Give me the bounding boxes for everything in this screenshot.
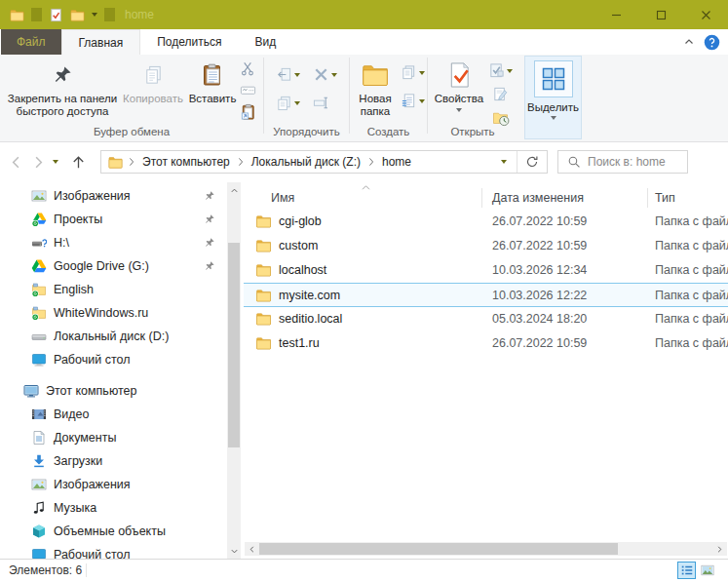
help-icon[interactable]	[704, 34, 720, 51]
scroll-left-icon[interactable]	[245, 542, 259, 556]
downloads-icon	[31, 453, 47, 469]
thumbnails-view-button[interactable]	[698, 562, 716, 579]
sidebar-item-Рабочий стол[interactable]: Рабочий стол	[0, 348, 226, 371]
tab-Поделиться[interactable]: Поделиться	[140, 29, 238, 55]
minimize-button[interactable]	[594, 0, 638, 29]
breadcrumb-chevron-icon	[367, 156, 375, 168]
rename-icon[interactable]	[313, 95, 329, 111]
details-view-button[interactable]	[677, 562, 696, 579]
properties-quick-icon[interactable]	[49, 8, 63, 22]
move-to-icon[interactable]	[276, 66, 292, 83]
sidebar-item-Локальный диск (D:)[interactable]: Локальный диск (D:)	[0, 325, 226, 348]
file-type: Папка с файл	[655, 312, 728, 326]
file-row-test1.ru[interactable]: test1.ru26.07.2022 10:59Папка с файл	[244, 331, 728, 356]
address-dropdown-icon[interactable]	[491, 160, 517, 164]
pin-icon	[202, 260, 217, 272]
explorer-folder-icon[interactable]	[10, 8, 24, 22]
easy-access-icon[interactable]	[401, 64, 417, 81]
breadcrumb-item[interactable]: Этот компьютер	[137, 155, 235, 169]
sidebar-item-Видео[interactable]: Видео	[0, 403, 226, 426]
pin-to-quick-access-button[interactable]: Закрепить на панели быстрого доступа	[6, 58, 119, 118]
sidebar-item-H:\[interactable]: H:\	[0, 231, 226, 254]
folder-icon	[255, 238, 272, 253]
file-type: Папка с файл	[655, 289, 728, 302]
paste-button[interactable]: Вставить	[187, 58, 238, 105]
sidebar-scrollbar[interactable]	[227, 182, 241, 560]
delete-icon[interactable]	[313, 66, 329, 83]
explorer-window: home Файл ГлавнаяПоделитьсяВид Закрепить…	[0, 0, 728, 582]
new-item-icon[interactable]	[401, 93, 417, 109]
sidebar-item-Загрузки[interactable]: Загрузки	[0, 449, 226, 473]
history-icon[interactable]	[488, 109, 513, 127]
file-name: cgi-glob	[279, 214, 322, 228]
refresh-button[interactable]	[517, 151, 547, 173]
sidebar-item-root[interactable]: Этот компьютер	[0, 379, 226, 403]
history-caret-icon[interactable]	[53, 160, 58, 164]
documents-icon	[31, 430, 47, 446]
pictures-icon	[31, 188, 47, 204]
new-folder-quick-icon[interactable]	[70, 8, 85, 22]
collapse-ribbon-icon[interactable]	[683, 36, 695, 48]
column-separator[interactable]	[647, 188, 648, 208]
pin-icon	[202, 213, 217, 225]
tab-Главная[interactable]: Главная	[61, 29, 141, 55]
breadcrumb-chevron-icon	[237, 156, 245, 168]
sidebar-item-WhiteWindows.ru[interactable]: WhiteWindows.ru	[0, 301, 226, 325]
up-icon[interactable]	[70, 154, 87, 171]
folder-icon	[255, 288, 272, 303]
file-date: 26.07.2022 10:59	[492, 239, 587, 252]
scroll-right-icon[interactable]	[712, 542, 727, 556]
sidebar-scroll-thumb[interactable]	[228, 243, 240, 447]
sidebar-item-Изображения[interactable]: Изображения	[0, 184, 226, 208]
close-button[interactable]	[683, 0, 728, 29]
copy-button[interactable]: Копировать	[121, 58, 185, 105]
tab-file[interactable]: Файл	[1, 29, 61, 55]
select-button[interactable]: Выделить	[524, 56, 582, 139]
qat-customize-caret-icon[interactable]	[92, 13, 97, 17]
sidebar-item-Проекты[interactable]: Проекты	[0, 208, 226, 231]
file-row-seditio.local[interactable]: seditio.local05.03.2024 18:20Папка с фай…	[244, 307, 728, 331]
paste-shortcut-icon[interactable]	[240, 103, 256, 121]
edit-icon[interactable]	[488, 86, 513, 102]
file-row-localhost[interactable]: localhost10.03.2026 12:34Папка с файл	[244, 258, 728, 283]
address-bar[interactable]: Этот компьютерЛокальный диск (Z:)home	[100, 150, 548, 174]
sidebar-item-Документы[interactable]: Документы	[0, 426, 226, 449]
back-icon[interactable]	[8, 154, 24, 171]
horizontal-scroll-thumb[interactable]	[259, 543, 618, 555]
breadcrumb-item[interactable]: home	[377, 155, 416, 169]
breadcrumb-item[interactable]: Локальный диск (Z:)	[247, 155, 365, 169]
sidebar-item-Изображения[interactable]: Изображения	[0, 473, 226, 496]
sidebar-item-Рабочий стол[interactable]: Рабочий стол	[0, 543, 226, 560]
sidebar-item-label: Проекты	[54, 213, 102, 226]
column-separator[interactable]	[481, 188, 482, 208]
maximize-button[interactable]	[638, 0, 683, 29]
search-input[interactable]: Поиск в: home	[557, 150, 688, 174]
horizontal-scrollbar[interactable]	[245, 542, 727, 556]
forward-icon[interactable]	[30, 154, 47, 171]
column-name[interactable]: Имя	[271, 191, 294, 205]
computer-icon	[23, 383, 39, 399]
edit-properties-icon[interactable]	[488, 62, 505, 79]
file-type: Папка с файл	[655, 336, 728, 350]
copy-to-icon[interactable]	[276, 95, 292, 111]
column-type[interactable]: Тип	[655, 191, 675, 205]
copy-path-icon[interactable]	[240, 82, 256, 98]
google-drive-icon	[31, 258, 47, 274]
column-date[interactable]: Дата изменения	[492, 191, 584, 205]
new-folder-button[interactable]: Новая папка	[352, 58, 399, 118]
properties-button[interactable]: Свойства	[432, 58, 486, 112]
properties-caret-icon	[456, 108, 462, 112]
sidebar-item-label: Загрузки	[54, 454, 102, 468]
tab-Вид[interactable]: Вид	[238, 29, 292, 55]
sidebar-item-English[interactable]: English	[0, 278, 226, 301]
sidebar-item-Google Drive (G:)[interactable]: Google Drive (G:)	[0, 254, 226, 278]
file-row-mysite.com[interactable]: mysite.com10.03.2026 12:22Папка с файл	[244, 283, 728, 307]
cut-icon[interactable]	[240, 60, 256, 77]
synced-folder-icon	[31, 305, 47, 321]
file-row-cgi-glob[interactable]: cgi-glob26.07.2022 10:59Папка с файл	[244, 210, 728, 234]
file-row-custom[interactable]: custom26.07.2022 10:59Папка с файл	[244, 234, 728, 258]
scroll-up-icon[interactable]	[227, 182, 241, 199]
sidebar-item-Объемные объекты[interactable]: Объемные объекты	[0, 520, 226, 543]
scroll-down-icon[interactable]	[227, 543, 241, 560]
sidebar-item-Музыка[interactable]: Музыка	[0, 496, 226, 520]
